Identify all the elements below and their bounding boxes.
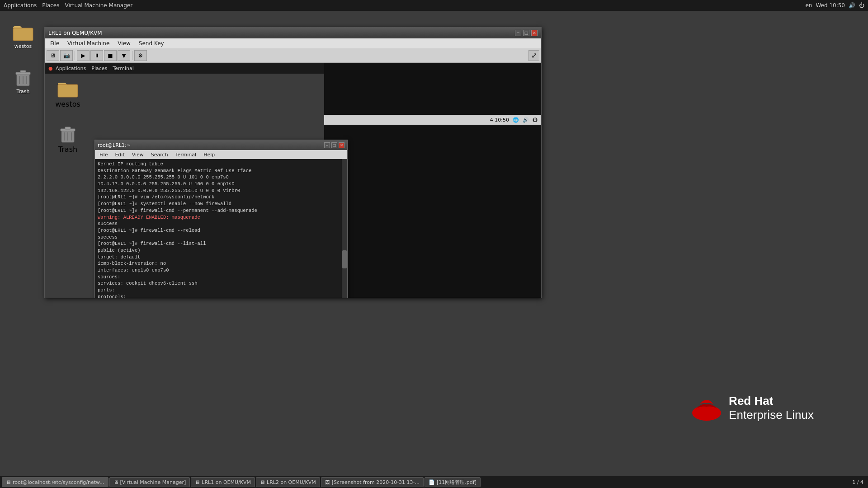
taskbar-pager: 1 / 4 [849, 479, 866, 485]
main-redhat-area: Red Hat Enterprise Linux [691, 394, 814, 422]
terminal-line: icmp-block-inversion: no [98, 260, 344, 267]
toolbar-screenshot-btn[interactable]: 📷 [60, 50, 73, 61]
term-menu-file[interactable]: File [97, 151, 110, 158]
term-menu-view[interactable]: View [129, 151, 146, 158]
terminal-scrollbar[interactable] [342, 159, 347, 298]
qemu-menu-file[interactable]: File [47, 39, 63, 47]
terminal-maximize-btn[interactable]: □ [331, 142, 337, 148]
toolbar-play-btn[interactable]: ▶ [77, 50, 90, 61]
terminal-line: [root@LRL1 ~]# systemctl enable --now fi… [98, 201, 344, 207]
terminal-title: root@LRL1:~ [98, 142, 131, 148]
terminal-line: interfaces: enp1s0 enp7s0 [98, 267, 344, 274]
desktop-icon-trash[interactable]: Trash [7, 65, 39, 96]
desktop-icon-westos[interactable]: westos [7, 20, 39, 51]
toolbar-config-btn[interactable]: ⚙ [134, 50, 147, 61]
taskbar-terminal-label: root@localhost:/etc/sysconfig/netw... [13, 479, 104, 485]
terminal-line: [root@LRL1 ~]# firewall-cmd --list-all [98, 240, 344, 247]
vm-manager-menu[interactable]: Virtual Machine Manager [65, 2, 132, 9]
term-menu-help[interactable]: Help [201, 151, 217, 158]
qemu-menu-sendkey[interactable]: Send Key [135, 39, 168, 47]
toolbar-stop-btn[interactable]: ■ [104, 50, 117, 61]
term-menu-search[interactable]: Search [148, 151, 171, 158]
svg-rect-0 [13, 28, 33, 41]
taskbar-pdf-icon: 📄 [429, 479, 435, 485]
taskbar: 🖥 root@localhost:/etc/sysconfig/netw... … [0, 476, 868, 488]
second-network-icon[interactable]: 🌐 [513, 117, 519, 123]
guest-desktop-icon-trash[interactable]: Trash [52, 122, 84, 155]
second-bar-datetime: 4 10:50 [490, 117, 509, 123]
svg-point-17 [692, 405, 721, 421]
taskbar-item-vm-manager[interactable]: 🖥 [Virtual Machine Manager] [109, 477, 190, 487]
guest-os: ● Applications Places Terminal Nov 4 10:… [45, 63, 541, 298]
terminal-line: protocols: [98, 294, 344, 298]
outer-system-bar: Applications Places Virtual Machine Mana… [0, 0, 868, 11]
second-power-icon[interactable]: ⏻ [533, 117, 538, 123]
terminal-minimize-btn[interactable]: ─ [324, 142, 330, 148]
terminal-line: success [98, 234, 344, 241]
main-redhat-text: Red Hat Enterprise Linux [729, 394, 814, 422]
qemu-close-btn[interactable]: ✕ [531, 30, 538, 36]
guest-places-menu[interactable]: Places [91, 66, 107, 71]
desktop: westos Trash LRL1 on QEMU/KVM ─ □ ✕ File… [0, 11, 868, 476]
qemu-menu-view[interactable]: View [114, 39, 134, 47]
taskbar-item-screenshot[interactable]: 🖼 [Screenshot from 2020-10-31 13-... [321, 477, 424, 487]
terminal-menubar: File Edit View Search Terminal Help [95, 150, 347, 159]
taskbar-screenshot-label: [Screenshot from 2020-10-31 13-... [332, 479, 420, 485]
guest-westos-label: westos [55, 100, 80, 108]
applications-menu[interactable]: Applications [4, 2, 37, 9]
terminal-line: [root@LRL1 ~]# firewall-cmd --reload [98, 227, 344, 234]
terminal-line: services: cockpit dhcpv6-client ssh [98, 280, 344, 287]
terminal-titlebar-buttons: ─ □ ✕ [324, 142, 344, 148]
main-redhat-icon [691, 395, 722, 421]
main-redhat-subtitle: Enterprise Linux [729, 408, 814, 422]
term-menu-terminal[interactable]: Terminal [173, 151, 199, 158]
toolbar-menu-btn[interactable]: ▼ [118, 50, 130, 61]
power-icon[interactable]: ⏻ [859, 2, 864, 9]
terminal-window: root@LRL1:~ ─ □ ✕ File Edit View Search [94, 140, 348, 298]
taskbar-item-lrl2[interactable]: 🖥 LRL2 on QEMU/KVM [256, 477, 320, 487]
main-redhat-title: Red Hat [729, 394, 814, 408]
svg-rect-12 [65, 127, 71, 129]
guest-desktop-icon-westos[interactable]: westos [52, 76, 84, 110]
taskbar-item-pdf[interactable]: 📄 [11网络管理.pdf] [425, 477, 481, 487]
taskbar-screenshot-icon: 🖼 [325, 479, 330, 485]
trash-icon-label: Trash [16, 89, 29, 94]
qemu-menu-vm[interactable]: Virtual Machine [64, 39, 113, 47]
qemu-minimize-btn[interactable]: ─ [515, 30, 521, 36]
taskbar-item-lrl1[interactable]: 🖥 LRL1 on QEMU/KVM [191, 477, 255, 487]
outer-trash-icon [12, 67, 34, 89]
terminal-line: success [98, 221, 344, 227]
volume-icon[interactable]: 🔊 [849, 2, 855, 9]
taskbar-lrl2-label: LRL2 on QEMU/KVM [267, 479, 316, 485]
westos-folder-icon [12, 22, 34, 43]
toolbar-pause-btn[interactable]: ⏸ [90, 50, 103, 61]
qemu-window: LRL1 on QEMU/KVM ─ □ ✕ File Virtual Mach… [44, 27, 542, 298]
qemu-toolbar: 🖥 📷 ▶ ⏸ ■ ▼ ⚙ ⤢ [45, 48, 541, 63]
qemu-title: LRL1 on QEMU/KVM [48, 30, 102, 36]
toolbar-expand-btn[interactable]: ⤢ [528, 50, 539, 61]
terminal-line: [root@LRL1 ~]# vim /etc/sysconfig/networ… [98, 194, 344, 201]
guest-terminal-menu[interactable]: Terminal [113, 66, 134, 71]
guest-westos-folder-icon [57, 78, 79, 100]
second-volume-icon[interactable]: 🔊 [523, 117, 529, 123]
terminal-titlebar: root@LRL1:~ ─ □ ✕ [95, 140, 347, 150]
toolbar-monitor-btn[interactable]: 🖥 [47, 50, 59, 61]
taskbar-lrl2-icon: 🖥 [260, 479, 265, 485]
taskbar-vm-label: [Virtual Machine Manager] [120, 479, 186, 485]
terminal-line: ports: [98, 287, 344, 294]
qemu-maximize-btn[interactable]: □ [523, 30, 529, 36]
term-menu-edit[interactable]: Edit [112, 151, 127, 158]
taskbar-lrl1-label: LRL1 on QEMU/KVM [202, 479, 251, 485]
scrollbar-thumb[interactable] [342, 250, 347, 268]
qemu-menubar: File Virtual Machine View Send Key [45, 38, 541, 48]
terminal-close-btn[interactable]: ✕ [339, 142, 344, 148]
taskbar-lrl1-icon: 🖥 [195, 479, 200, 485]
datetime-display: Wed 10:50 [816, 2, 845, 9]
terminal-content: Kernel IP routing tableDestination Gatew… [95, 159, 347, 298]
system-bar-left: Applications Places Virtual Machine Mana… [4, 2, 132, 9]
guest-apps-menu[interactable]: ● Applications [48, 66, 86, 71]
taskbar-terminal-icon: 🖥 [6, 479, 11, 485]
places-menu[interactable]: Places [42, 2, 59, 9]
taskbar-item-root-terminal[interactable]: 🖥 root@localhost:/etc/sysconfig/netw... [2, 477, 108, 487]
qemu-titlebar: LRL1 on QEMU/KVM ─ □ ✕ [45, 28, 541, 38]
